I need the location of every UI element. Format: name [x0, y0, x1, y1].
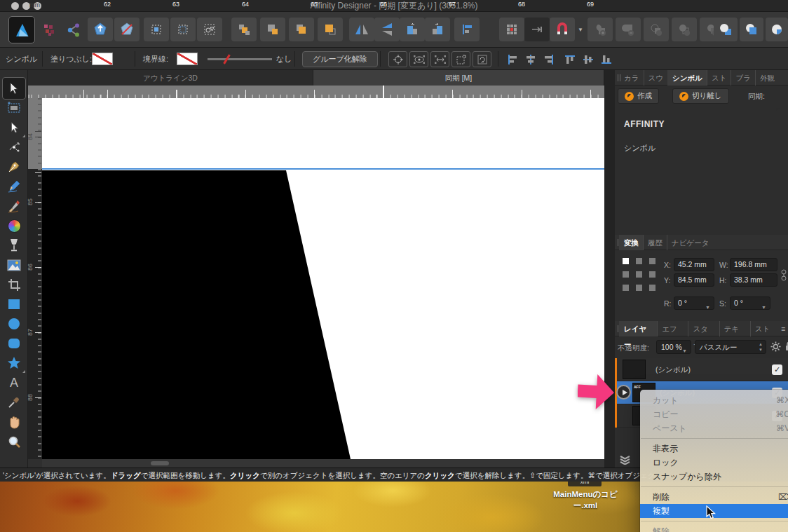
canvas[interactable] — [42, 98, 604, 459]
panel-grip[interactable] — [618, 325, 618, 332]
align-left-icon[interactable] — [505, 52, 520, 67]
arrange-back-icon[interactable] — [231, 18, 257, 41]
select-lasso-shapes-icon[interactable] — [197, 18, 222, 41]
layer-name[interactable]: (シンボル) — [655, 358, 691, 381]
transparency-tool[interactable] — [6, 237, 22, 254]
artistic-text-tool[interactable]: A — [6, 374, 22, 391]
view-hand-tool[interactable] — [6, 414, 22, 430]
share-icon[interactable] — [64, 21, 83, 39]
transform-origin-icon[interactable] — [388, 51, 407, 67]
move-tool[interactable] — [2, 77, 26, 100]
opacity-dropdown[interactable]: 100 %▼ — [656, 340, 691, 354]
pen-tool[interactable] — [6, 158, 22, 175]
symbol-create-panel-button[interactable]: 作成 — [618, 88, 659, 104]
boolean-intersect-icon[interactable] — [644, 18, 669, 41]
tab-styles[interactable]: スタイ — [688, 321, 719, 336]
tab-text-styles[interactable]: テキス — [719, 321, 750, 336]
panel-grip[interactable] — [618, 239, 618, 246]
symbol-detach-button[interactable] — [114, 18, 140, 41]
align-bottom-icon[interactable] — [599, 52, 614, 67]
layer-row[interactable]: (シンボル) ✓ — [615, 358, 788, 381]
color-palette-grid-icon[interactable] — [41, 21, 59, 39]
select-marquee-icon[interactable] — [144, 18, 169, 41]
tab-swatches[interactable]: スウ — [644, 70, 668, 86]
menu-item-exclude-from-snapping[interactable]: スナップから除外 — [640, 470, 788, 484]
flip-vertical-icon[interactable] — [374, 18, 400, 41]
geometry-split-icon[interactable] — [766, 18, 788, 41]
horizontal-scrollbar-thumb[interactable] — [151, 461, 169, 465]
tab-stock[interactable]: ストッ — [750, 321, 781, 336]
w-input[interactable]: 196.8 mm — [730, 258, 777, 271]
tab-brushes[interactable]: ブラ — [731, 70, 755, 86]
rectangle-tool[interactable] — [6, 296, 22, 313]
geometry-overlap-icon[interactable] — [740, 18, 763, 41]
link-dimensions-icon[interactable] — [781, 268, 787, 282]
place-image-tool[interactable] — [6, 257, 22, 273]
tab-effects[interactable]: エフェ — [657, 321, 688, 336]
horizontal-scrollbar[interactable] — [42, 459, 604, 468]
arrange-backward-icon[interactable] — [260, 18, 285, 41]
y-input[interactable]: 84.5 mm — [674, 273, 714, 287]
vector-brush-tool[interactable] — [6, 198, 22, 214]
desktop-file-label[interactable]: MainMenuのコピー.xml — [551, 489, 620, 511]
tab-transform[interactable]: 変換 — [619, 235, 643, 250]
layers-stack-icon[interactable] — [619, 454, 631, 465]
mirror-nodes-icon[interactable] — [430, 51, 449, 67]
tab-layers[interactable]: レイヤー — [619, 321, 657, 336]
tab-appearance[interactable]: 外観 — [755, 70, 779, 86]
snapping-grid-icon[interactable] — [499, 18, 524, 41]
transform-box-icon[interactable] — [451, 51, 470, 67]
select-marquee-dense-icon[interactable] — [170, 18, 196, 41]
rotate-clockwise-icon[interactable] — [425, 18, 450, 41]
align-middle-v-icon[interactable] — [580, 52, 596, 67]
lock-icon[interactable] — [785, 341, 788, 351]
cycle-selection-box-icon[interactable] — [473, 51, 491, 67]
star-tool[interactable] — [6, 355, 22, 371]
fill-gradient-tool[interactable] — [6, 217, 22, 234]
node-tool[interactable] — [6, 119, 22, 136]
boolean-subtract-icon[interactable] — [616, 18, 641, 41]
tab-stroke[interactable]: スト — [707, 70, 731, 86]
ellipse-tool[interactable] — [6, 315, 22, 332]
blend-mode-dropdown[interactable]: パススルー ▲▼ — [695, 340, 766, 354]
arrange-front-icon[interactable] — [318, 18, 343, 41]
pencil-tool[interactable] — [6, 178, 22, 195]
alignment-icon[interactable] — [454, 18, 480, 41]
zoom-tool[interactable] — [6, 433, 22, 450]
arrange-forward-icon[interactable] — [289, 18, 314, 41]
horizontal-ruler[interactable] — [28, 86, 604, 98]
symbol-group-heading[interactable]: AFFINITY — [624, 119, 665, 129]
snapping-options-caret-icon[interactable]: ▼ — [578, 27, 583, 33]
boolean-divide-icon[interactable] — [672, 18, 697, 41]
menu-item-delete[interactable]: 削除⌦ — [640, 490, 788, 504]
rotate-counterclockwise-icon[interactable] — [400, 18, 425, 41]
layer-thumbnail[interactable] — [623, 360, 646, 379]
vector-crop-tool[interactable] — [6, 276, 22, 293]
panel-menu-icon[interactable]: ≡ — [781, 325, 785, 333]
menu-item-lock[interactable]: ロック — [640, 456, 788, 470]
layer-visibility-checkbox[interactable]: ✓ — [772, 364, 782, 375]
stroke-width-slider[interactable] — [208, 58, 272, 60]
document-tab-outline3d[interactable]: アウトライン3D — [28, 70, 313, 86]
align-right-icon[interactable] — [541, 52, 557, 67]
layer-expand-button[interactable] — [616, 385, 631, 400]
anchor-point-selector[interactable] — [623, 258, 656, 292]
panel-grip[interactable] — [618, 74, 618, 81]
snapping-magnet-icon[interactable] — [550, 18, 575, 41]
symbol-list-item[interactable]: シンボル — [624, 143, 655, 154]
flip-horizontal-icon[interactable] — [349, 18, 374, 41]
document-tab-douki[interactable]: 同期 [M] — [313, 70, 604, 86]
geometry-merge-icon[interactable] — [714, 18, 738, 41]
show-selection-icon[interactable] — [409, 51, 428, 67]
canvas-object-black-shape[interactable] — [42, 98, 604, 459]
fill-swatch[interactable] — [92, 53, 113, 65]
menu-item-hide[interactable]: 非表示 — [640, 442, 788, 456]
align-top-icon[interactable] — [562, 52, 578, 67]
r-dropdown[interactable]: 0 °▼ — [674, 296, 714, 310]
x-input[interactable]: 45.2 mm — [674, 258, 714, 271]
stroke-swatch[interactable] — [177, 53, 198, 65]
tab-history[interactable]: 履歴 — [643, 235, 667, 250]
color-picker-tool[interactable] — [6, 394, 22, 411]
rounded-rectangle-tool[interactable] — [6, 335, 22, 352]
boolean-add-icon[interactable] — [587, 18, 613, 41]
